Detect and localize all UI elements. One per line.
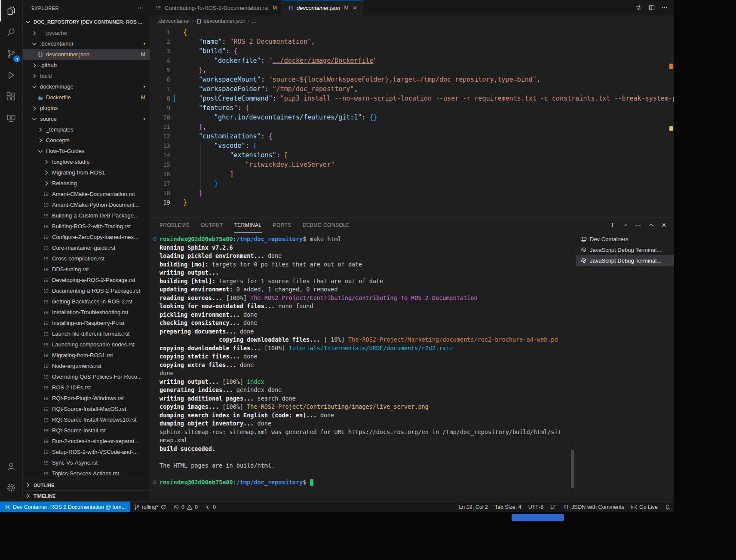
code-line[interactable]: 2 "name": "ROS 2 Documentation", bbox=[150, 37, 674, 46]
tree-item[interactable]: How-To-Guides bbox=[23, 146, 150, 156]
command-decoration-icon[interactable] bbox=[153, 237, 156, 241]
timeline-section[interactable]: TIMELINE bbox=[23, 490, 150, 501]
tree-item[interactable]: Installation-Troubleshooting.rst bbox=[23, 307, 150, 318]
branch-indicator[interactable]: rolling* bbox=[130, 502, 170, 512]
more-actions-icon[interactable] bbox=[632, 220, 644, 231]
encoding-indicator[interactable]: UTF-8 bbox=[525, 502, 547, 512]
code-line[interactable]: 7 "workspaceFolder": "/tmp/doc_repositor… bbox=[150, 84, 674, 94]
tree-item[interactable]: Node-arguments.rst bbox=[23, 361, 150, 371]
code-line[interactable]: 17 } bbox=[150, 179, 674, 188]
code-line[interactable]: 6 "workspaceMount": "source=${localWorks… bbox=[150, 75, 674, 84]
code-line[interactable]: 16 ] bbox=[150, 169, 674, 179]
terminal-list-item[interactable]: Dev Containers bbox=[576, 234, 674, 245]
problems-indicator[interactable]: 0 0 bbox=[170, 502, 201, 512]
code-line[interactable]: 12 "customizations": { bbox=[150, 132, 674, 141]
tree-item[interactable]: Releasing bbox=[23, 178, 150, 189]
tree-item[interactable]: .devcontainer● bbox=[23, 38, 150, 49]
new-terminal-icon[interactable] bbox=[606, 220, 618, 231]
close-panel-icon[interactable] bbox=[658, 220, 670, 231]
breadcrumb-item[interactable]: ... bbox=[251, 18, 256, 24]
tree-item[interactable]: source● bbox=[23, 113, 150, 124]
split-editor-icon[interactable] bbox=[646, 2, 658, 13]
tree-item[interactable]: RQt-Source-Install-MacOS.rst bbox=[23, 404, 150, 414]
tree-item[interactable]: Ament-CMake-Python-Document... bbox=[23, 199, 150, 210]
activity-source-control[interactable]: 4 bbox=[0, 43, 22, 64]
tree-item[interactable]: ROS-2-IDEs.rst bbox=[23, 382, 150, 393]
more-actions-icon[interactable] bbox=[137, 5, 144, 12]
tree-item[interactable]: Setup-ROS-2-with-VSCode-and-... bbox=[23, 447, 150, 457]
code-line[interactable]: 18 } bbox=[150, 188, 674, 198]
breadcrumb-item[interactable]: {}devcontainer.json bbox=[196, 18, 245, 24]
tree-item[interactable]: Launch-file-different-formats.rst bbox=[23, 328, 150, 339]
tree-item[interactable]: docker/image● bbox=[23, 81, 150, 92]
tree-item[interactable]: Documenting-a-ROS-2-Package.rst bbox=[23, 285, 150, 296]
open-changes-icon[interactable] bbox=[633, 2, 645, 13]
go-live-button[interactable]: Go Live bbox=[628, 502, 661, 512]
tree-item[interactable]: DDS-tuning.rst bbox=[23, 264, 150, 275]
code-line[interactable]: 4 "dockerfile": "../docker/image/Dockerf… bbox=[150, 56, 674, 65]
tree-item[interactable]: Installing-on-Raspberry-Pi.rst bbox=[23, 318, 150, 328]
tree-item[interactable]: Cross-compilation.rst bbox=[23, 253, 150, 264]
panel-tab-debug-console[interactable]: DEBUG CONSOLE bbox=[303, 217, 350, 233]
editor-tab[interactable]: {}devcontainer.jsonM bbox=[282, 0, 363, 15]
close-icon[interactable] bbox=[352, 5, 358, 11]
tree-item[interactable]: _templates bbox=[23, 124, 150, 135]
tree-item[interactable]: RQt-Source-Install-Windows10.rst bbox=[23, 414, 150, 425]
panel-tab-ports[interactable]: PORTS bbox=[273, 217, 291, 233]
code-line[interactable]: 10 "ghcr.io/devcontainers/features/git:1… bbox=[150, 113, 674, 122]
tree-item[interactable]: Overriding-QoS-Policies-For-Reco... bbox=[23, 371, 150, 382]
code-line[interactable]: 5 }, bbox=[150, 65, 674, 75]
tree-item[interactable]: Sync-Vs-Async.rst bbox=[23, 457, 150, 468]
editor-tab[interactable]: Contributing-To-ROS-2-Documentation.rstM bbox=[150, 0, 282, 15]
tree-item[interactable]: RQt-Port-Plugin-Windows.rst bbox=[23, 393, 150, 404]
command-decoration-icon[interactable] bbox=[153, 480, 156, 484]
activity-explorer[interactable] bbox=[0, 0, 22, 21]
tree-item[interactable]: plugins bbox=[23, 103, 150, 113]
terminal-list-item[interactable]: JavaScript Debug Terminal... bbox=[576, 245, 674, 255]
activity-search[interactable] bbox=[0, 21, 22, 43]
panel-tab-output[interactable]: OUTPUT bbox=[201, 217, 223, 233]
tree-item[interactable]: Building-ROS-2-with-Tracing.rst bbox=[23, 221, 150, 232]
code-line[interactable]: 1{ bbox=[150, 28, 674, 37]
tree-item[interactable]: Concepts bbox=[23, 135, 150, 146]
tree-item[interactable]: Ament-CMake-Documentation.rst bbox=[23, 189, 150, 199]
tab-size-indicator[interactable]: Tab Size: 4 bbox=[491, 502, 525, 512]
tree-item[interactable]: {}devcontainer.jsonM bbox=[23, 49, 150, 60]
code-line[interactable]: 9 "features": { bbox=[150, 103, 674, 113]
workspace-section-header[interactable]: DOC_REPOSITORY [DEV CONTAINER: ROS ... bbox=[23, 16, 150, 28]
cursor-position[interactable]: Ln 19, Col 2 bbox=[455, 502, 491, 512]
code-line[interactable]: 15 "ritwickdey.LiveServer" bbox=[150, 160, 674, 169]
tree-item[interactable]: Developing-a-ROS-2-Package.rst bbox=[23, 275, 150, 285]
tree-item[interactable]: Building-a-Custom-Deb-Package... bbox=[23, 210, 150, 221]
tree-item[interactable]: DockerfileM bbox=[23, 92, 150, 103]
language-mode[interactable]: {} JSON with Comments bbox=[560, 502, 628, 512]
code-line[interactable]: 3 "build": { bbox=[150, 46, 674, 56]
tree-item[interactable]: build bbox=[23, 70, 150, 81]
activity-remote-explorer[interactable] bbox=[0, 107, 22, 129]
eol-indicator[interactable]: LF bbox=[547, 502, 560, 512]
tree-item[interactable]: Topics-Services-Actions.rst bbox=[23, 468, 150, 479]
remote-indicator[interactable]: Dev Container: ROS 2 Documentation @ tom… bbox=[0, 502, 130, 512]
outline-section[interactable]: OUTLINE bbox=[23, 480, 150, 490]
ports-indicator[interactable]: 0 bbox=[201, 502, 219, 512]
tree-item[interactable]: Core-maintainer-guide.rst bbox=[23, 242, 150, 253]
panel-tab-problems[interactable]: PROBLEMS bbox=[159, 217, 190, 233]
code-line[interactable]: 8 "postCreateCommand": "pip3 install --n… bbox=[150, 94, 674, 103]
tree-item[interactable]: Run-2-nodes-in-single-or-separat... bbox=[23, 436, 150, 447]
activity-run-debug[interactable] bbox=[0, 64, 22, 86]
tree-item[interactable]: __pycache__ bbox=[23, 28, 150, 38]
notifications-button[interactable] bbox=[661, 502, 674, 512]
tree-item[interactable]: Launching-composable-nodes.rst bbox=[23, 339, 150, 350]
activity-settings[interactable] bbox=[0, 477, 22, 499]
terminal-dropdown-icon[interactable] bbox=[619, 220, 631, 231]
tree-item[interactable]: .github bbox=[23, 60, 150, 70]
tree-item[interactable]: foxglove-studio bbox=[23, 156, 150, 167]
tree-item[interactable]: Getting-Backtraces-in-ROS-2.rst bbox=[23, 296, 150, 307]
terminal-list-item[interactable]: JavaScript Debug Terminal... bbox=[576, 255, 674, 266]
tree-item[interactable]: Configure-ZeroCopy-loaned-mes... bbox=[23, 232, 150, 242]
activity-account[interactable] bbox=[0, 456, 22, 477]
tree-item[interactable]: Migrating-from-ROS1 bbox=[23, 167, 150, 178]
maximize-panel-icon[interactable] bbox=[645, 220, 657, 231]
code-line[interactable]: 13 "vscode": { bbox=[150, 141, 674, 150]
tree-item[interactable]: Migrating-from-ROS1.rst bbox=[23, 350, 150, 361]
